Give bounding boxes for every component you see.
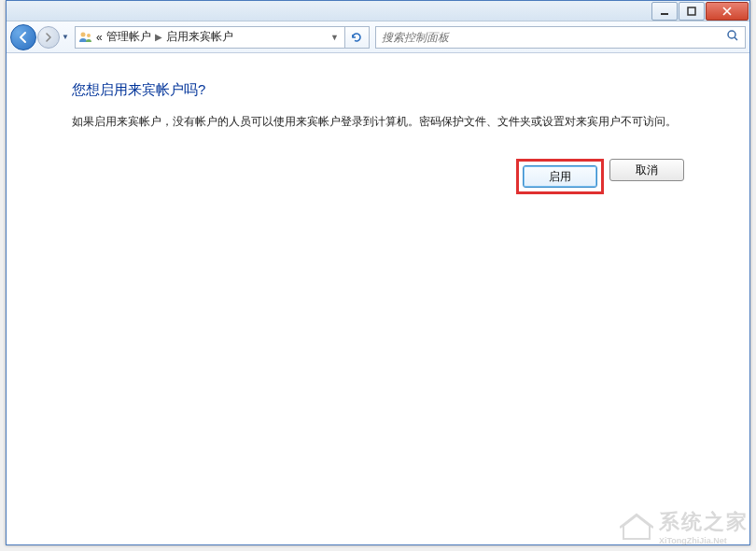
forward-button[interactable] (37, 26, 60, 49)
recent-dropdown[interactable]: ▼ (62, 33, 69, 41)
minimize-icon (660, 7, 669, 16)
breadcrumb-dropdown[interactable]: ▼ (330, 33, 343, 42)
svg-point-3 (87, 34, 91, 37)
refresh-button[interactable] (345, 26, 370, 49)
minimize-button[interactable] (651, 2, 678, 21)
breadcrumb-item-2[interactable]: 启用来宾帐户 (166, 29, 233, 45)
user-accounts-icon (77, 29, 94, 46)
svg-point-4 (728, 31, 735, 38)
svg-rect-0 (661, 13, 668, 15)
breadcrumb-item-1[interactable]: 管理帐户 (106, 29, 151, 45)
close-button[interactable] (706, 2, 749, 21)
svg-point-2 (80, 32, 85, 36)
close-icon (722, 7, 732, 16)
breadcrumb[interactable]: « 管理帐户 ▶ 启用来宾帐户 ▼ (75, 26, 345, 49)
refresh-icon (350, 31, 363, 44)
search-input[interactable] (382, 31, 726, 44)
nav-bar: ▼ « 管理帐户 ▶ 启用来宾帐户 ▼ (7, 21, 749, 53)
titlebar (7, 1, 749, 21)
arrow-left-icon (17, 31, 30, 44)
page-description: 如果启用来宾帐户，没有帐户的人员可以使用来宾帐户登录到计算机。密码保护文件、文件… (72, 112, 684, 131)
search-box[interactable] (375, 26, 746, 49)
maximize-button[interactable] (679, 2, 705, 21)
page-heading: 您想启用来宾帐户吗? (72, 81, 684, 99)
search-icon (726, 29, 739, 45)
maximize-icon (687, 7, 696, 16)
highlight-annotation: 启用 (516, 159, 604, 194)
content-area: 您想启用来宾帐户吗? 如果启用来宾帐户，没有帐户的人员可以使用来宾帐户登录到计算… (7, 53, 749, 213)
chevron-right-icon: ▶ (155, 32, 162, 42)
back-button[interactable] (10, 24, 36, 50)
cancel-button[interactable]: 取消 (609, 159, 684, 181)
arrow-right-icon (43, 32, 54, 43)
breadcrumb-prefix: « (96, 31, 103, 44)
window-frame: ▼ « 管理帐户 ▶ 启用来宾帐户 ▼ (6, 0, 750, 545)
enable-button[interactable]: 启用 (523, 165, 597, 188)
svg-rect-1 (688, 7, 695, 15)
button-row: 启用 取消 (72, 159, 684, 194)
